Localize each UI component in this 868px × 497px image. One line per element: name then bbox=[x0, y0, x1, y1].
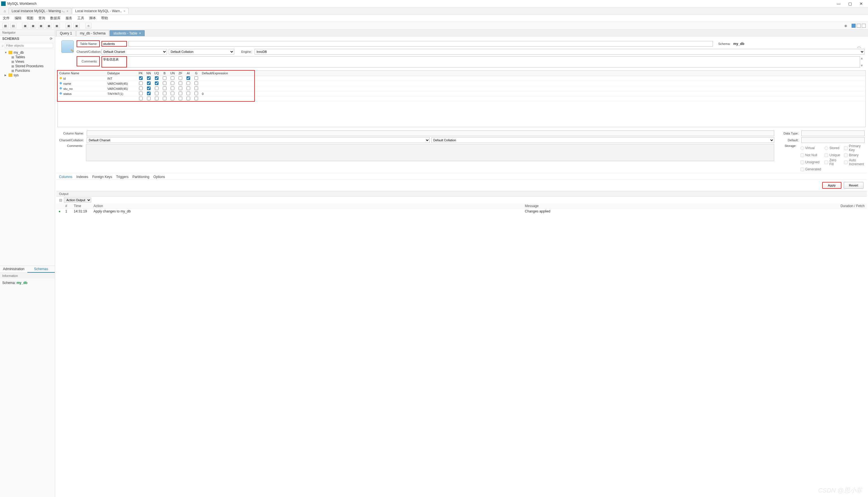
flag-pk-checkbox[interactable] bbox=[139, 76, 143, 80]
storage-opt[interactable]: Unsigned bbox=[800, 158, 821, 166]
flag-g-checkbox[interactable] bbox=[195, 86, 198, 90]
flag-un-checkbox[interactable] bbox=[171, 76, 174, 80]
column-name-input[interactable] bbox=[87, 130, 774, 136]
flag-g-checkbox[interactable] bbox=[195, 81, 198, 85]
toolbar-button[interactable]: ▤ bbox=[10, 23, 16, 29]
storage-opt[interactable]: Unique bbox=[825, 153, 841, 157]
storage-opt[interactable]: Not Null bbox=[800, 153, 821, 157]
subtab-triggers[interactable]: Triggers bbox=[116, 175, 129, 179]
scroll-up-icon[interactable]: ▲ bbox=[860, 56, 865, 60]
refresh-icon[interactable]: ⟳ bbox=[50, 37, 53, 41]
flag-nn-checkbox[interactable] bbox=[147, 81, 151, 85]
tree-node-procs[interactable]: ▦Stored Procedures bbox=[1, 64, 54, 68]
menu-server[interactable]: 服务 bbox=[66, 16, 72, 20]
home-icon[interactable]: ⌂ bbox=[2, 9, 8, 14]
menu-file[interactable]: 文件 bbox=[3, 16, 10, 20]
flag-nn-checkbox[interactable] bbox=[147, 76, 151, 80]
toolbar-button[interactable]: ▣ bbox=[73, 23, 80, 29]
layout-right-button[interactable] bbox=[862, 24, 866, 28]
scroll-down-icon[interactable]: ▼ bbox=[860, 63, 865, 68]
flag-g-checkbox[interactable] bbox=[195, 91, 198, 95]
doc-tab-query[interactable]: Query 1 bbox=[56, 30, 76, 36]
settings-icon[interactable]: ◉ bbox=[844, 24, 847, 28]
window-close-button[interactable]: ✕ bbox=[856, 1, 867, 6]
toolbar-button[interactable]: ▣ bbox=[38, 23, 44, 29]
default-input[interactable] bbox=[801, 137, 865, 143]
cd-charset-select[interactable]: Default Charset bbox=[87, 137, 430, 143]
close-icon[interactable]: × bbox=[139, 31, 141, 35]
column-row[interactable]: nameVARCHAR(45) bbox=[58, 81, 866, 86]
window-maximize-button[interactable]: ▢ bbox=[844, 1, 856, 6]
flag-pk-checkbox[interactable] bbox=[139, 91, 143, 95]
flag-ai-checkbox[interactable] bbox=[186, 91, 190, 95]
menu-edit[interactable]: 编辑 bbox=[15, 16, 22, 20]
flag-zf-checkbox[interactable] bbox=[179, 91, 182, 95]
schema-tree[interactable]: ▼my_db ▦Tables ▦Views ▦Stored Procedures… bbox=[0, 49, 55, 266]
flag-g-checkbox[interactable] bbox=[195, 76, 198, 80]
tree-node-funcs[interactable]: ▦Functions bbox=[1, 68, 54, 73]
menu-help[interactable]: 帮助 bbox=[101, 16, 108, 20]
storage-opt[interactable]: Generated bbox=[800, 167, 821, 171]
filter-objects-input[interactable] bbox=[5, 43, 53, 48]
datatype-input[interactable] bbox=[801, 130, 865, 136]
flag-uq-checkbox[interactable] bbox=[155, 86, 158, 90]
flag-un-checkbox[interactable] bbox=[171, 81, 174, 85]
toolbar-button[interactable]: ▣ bbox=[66, 23, 72, 29]
flag-b-checkbox[interactable] bbox=[163, 81, 167, 85]
output-list-icon[interactable]: ▤ bbox=[59, 198, 62, 202]
apply-button[interactable]: Apply bbox=[822, 182, 841, 189]
flag-b-checkbox[interactable] bbox=[163, 91, 167, 95]
menu-tools[interactable]: 工具 bbox=[77, 16, 84, 20]
toolbar-button[interactable]: ▣ bbox=[54, 23, 60, 29]
column-row-new[interactable] bbox=[58, 96, 866, 101]
subtab-options[interactable]: Options bbox=[153, 175, 165, 179]
layout-left-button[interactable] bbox=[852, 24, 856, 28]
table-name-ext-input[interactable] bbox=[129, 41, 713, 47]
tab-administration[interactable]: Administration bbox=[0, 266, 27, 273]
flag-nn-checkbox[interactable] bbox=[147, 86, 151, 90]
subtab-partitioning[interactable]: Partitioning bbox=[132, 175, 150, 179]
subtab-foreign-keys[interactable]: Foreign Keys bbox=[92, 175, 112, 179]
table-name-input[interactable] bbox=[101, 41, 127, 47]
toolbar-button[interactable]: ▣ bbox=[30, 23, 36, 29]
flag-uq-checkbox[interactable] bbox=[155, 91, 158, 95]
comments-ext-input[interactable] bbox=[127, 56, 860, 68]
menu-scripting[interactable]: 脚本 bbox=[89, 16, 96, 20]
tree-node-sys[interactable]: ▶sys bbox=[1, 73, 54, 77]
flag-zf-checkbox[interactable] bbox=[179, 81, 182, 85]
flag-pk-checkbox[interactable] bbox=[139, 81, 143, 85]
flag-uq-checkbox[interactable] bbox=[155, 81, 158, 85]
storage-opt[interactable]: Auto Increment bbox=[844, 158, 865, 166]
flag-zf-checkbox[interactable] bbox=[179, 86, 182, 90]
storage-opt[interactable]: Zero Fill bbox=[825, 158, 841, 166]
flag-ai-checkbox[interactable] bbox=[186, 81, 190, 85]
subtab-indexes[interactable]: Indexes bbox=[76, 175, 88, 179]
connection-tab[interactable]: Local instance MySQL - Warn.. × bbox=[72, 8, 129, 14]
flag-zf-checkbox[interactable] bbox=[179, 76, 182, 80]
menu-view[interactable]: 视图 bbox=[27, 16, 33, 20]
collapse-icon[interactable]: ︽ bbox=[857, 43, 862, 49]
column-row[interactable]: stu_noVARCHAR(45) bbox=[58, 86, 866, 91]
storage-opt[interactable]: Primary Key bbox=[844, 144, 865, 152]
close-icon[interactable]: × bbox=[67, 9, 68, 13]
menu-query[interactable]: 查询 bbox=[39, 16, 45, 20]
doc-tab-table[interactable]: students - Table× bbox=[110, 30, 145, 36]
storage-opt[interactable]: Virtual bbox=[800, 144, 821, 152]
comments-input[interactable]: 学生信息表 bbox=[101, 56, 127, 68]
toolbar-button[interactable]: ⎋ bbox=[85, 23, 91, 29]
cd-comments-input[interactable] bbox=[86, 144, 774, 161]
flag-nn-checkbox[interactable] bbox=[147, 91, 151, 95]
flag-uq-checkbox[interactable] bbox=[155, 76, 158, 80]
menu-database[interactable]: 数据库 bbox=[50, 16, 60, 20]
window-minimize-button[interactable]: — bbox=[833, 1, 844, 6]
revert-button[interactable]: Revert bbox=[844, 182, 864, 189]
flag-un-checkbox[interactable] bbox=[171, 86, 174, 90]
storage-opt[interactable]: Stored bbox=[825, 144, 841, 152]
subtab-columns[interactable]: Columns bbox=[59, 175, 72, 179]
tab-schemas[interactable]: Schemas bbox=[27, 266, 55, 273]
collation-select[interactable]: Default Collation bbox=[169, 49, 234, 55]
flag-b-checkbox[interactable] bbox=[163, 86, 167, 90]
flag-pk-checkbox[interactable] bbox=[139, 86, 143, 90]
toolbar-button[interactable]: ▦ bbox=[2, 23, 9, 29]
column-row[interactable]: idINT bbox=[58, 76, 866, 81]
